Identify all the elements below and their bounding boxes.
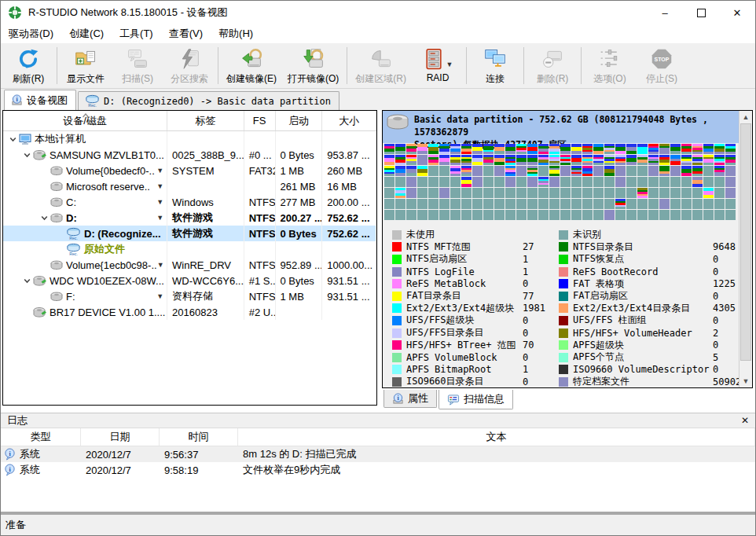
legend-swatch: [559, 267, 568, 277]
legend-label: APFS VolumeBlock: [406, 352, 523, 363]
raid-button[interactable]: ▼RAID: [412, 43, 464, 88]
device-row[interactable]: Rec.D: (Recognize...软件游戏NTFS0 Bytes752.6…: [3, 226, 376, 241]
legend-item: HFS/HFS+ VolumeHeader2: [559, 327, 753, 340]
device-row[interactable]: D:▼软件游戏NTFS200.27 ...752.62 ...: [3, 210, 376, 226]
scan-grid[interactable]: [384, 144, 736, 220]
info-tab-properties[interactable]: i属性: [384, 390, 437, 408]
device-cell-label: [167, 241, 244, 257]
device-cell-start: [276, 131, 323, 147]
legend-label: UFS/FFS超级块: [406, 314, 523, 327]
legend-label: 特定档案文件: [573, 375, 713, 388]
scan-block: [417, 188, 428, 198]
scan-block: [483, 166, 494, 176]
minimize-button[interactable]: –: [647, 1, 683, 24]
device-row[interactable]: Volume{0bedecf0-..▼SYSTEMFAT321 MB260 MB: [3, 163, 376, 178]
device-row[interactable]: F:▼资料存储NTFS1 MB931.51 ...: [3, 288, 376, 304]
expand-arrow-icon[interactable]: [38, 214, 50, 222]
column-header-label[interactable]: 标签: [167, 111, 244, 130]
scroll-down-icon[interactable]: ▼: [739, 375, 752, 387]
log-row[interactable]: i系统2020/12/79:56:378m 12s 的 D: 扫描已完成: [1, 446, 755, 462]
view-tab-device-view[interactable]: i设备视图: [4, 90, 76, 110]
row-dropdown-icon[interactable]: ▼: [157, 261, 164, 269]
scan-block: [626, 166, 637, 176]
menu-item-tools[interactable]: 工具(T): [112, 24, 161, 43]
menu-item-create[interactable]: 创建(C): [61, 24, 112, 43]
connect-button[interactable]: 连接: [469, 43, 521, 88]
scan-block: [615, 144, 626, 154]
legend-count: 77: [523, 291, 556, 302]
scan-block: [637, 199, 648, 209]
legend-count: 0: [523, 352, 556, 363]
close-button[interactable]: ✕: [719, 1, 755, 24]
device-row[interactable]: Volume{1ecb0c98-..▼WinRE_DRVNTFS952.89 .…: [3, 257, 376, 273]
toolbar-separator: [347, 47, 347, 84]
scan-block: [703, 188, 714, 198]
device-cell-fs: NTFS: [244, 226, 276, 241]
toolbar-button-label: 连接: [486, 72, 505, 86]
info-tab-scan-info[interactable]: 扫描信息: [439, 390, 513, 409]
menu-item-help[interactable]: 帮助(H): [211, 24, 261, 43]
menu-item-view[interactable]: 查看(V): [161, 24, 211, 43]
device-row[interactable]: 本地计算机: [3, 131, 376, 147]
device-cell-start: 277 MB: [276, 194, 323, 210]
row-dropdown-icon[interactable]: ▼: [156, 292, 163, 300]
rec-icon: Rec.: [85, 94, 100, 108]
menu-item-drives[interactable]: 驱动器(D): [1, 24, 61, 43]
dropdown-caret-icon[interactable]: ▼: [446, 61, 453, 68]
device-row[interactable]: BR17 DEVICE V1.00 1....20160823#2 U...: [3, 304, 376, 320]
scan-block: [516, 199, 527, 209]
scan-block: [670, 144, 681, 154]
row-dropdown-icon[interactable]: ▼: [156, 214, 163, 222]
scroll-up-icon[interactable]: ▲: [739, 111, 752, 123]
column-header-start[interactable]: 启动: [276, 111, 323, 130]
log-row[interactable]: i系统2020/12/79:58:19文件枚举在9秒内完成: [1, 462, 755, 478]
open-image-button[interactable]: 打开镜像(O): [282, 43, 344, 88]
device-cell-size: 1000.00...: [322, 257, 376, 273]
device-cell-label: [167, 131, 244, 147]
row-dropdown-icon[interactable]: ▼: [156, 198, 163, 206]
status-text: 准备: [6, 518, 26, 532]
device-row[interactable]: Microsoft reserve..▼261 MB16 MB: [3, 178, 376, 194]
log-column-header-text[interactable]: 文本: [238, 428, 755, 446]
expand-arrow-icon[interactable]: [6, 135, 19, 144]
device-cell-size: 953.87 ...: [322, 147, 376, 163]
column-header-size[interactable]: 大小: [322, 111, 376, 130]
maximize-button[interactable]: [683, 1, 719, 24]
legend-label: FAT 表格项: [573, 277, 713, 291]
column-header-fs[interactable]: FS: [244, 111, 276, 130]
log-column-header-time[interactable]: 时间: [160, 428, 238, 446]
log-column-header-date[interactable]: 日期: [81, 428, 160, 446]
scan-block: [461, 177, 472, 187]
device-row[interactable]: SAMSUNG MZVLB1T0...0025_388B_9...#0 ...0…: [3, 147, 376, 163]
scan-block: [692, 177, 703, 187]
show-files-button[interactable]: 显示文件: [60, 43, 112, 88]
scan-block: [516, 177, 527, 187]
expand-arrow-icon[interactable]: [20, 277, 33, 285]
create-image-button[interactable]: 创建镜像(E): [221, 43, 282, 88]
legend-count: 1: [523, 254, 556, 265]
scan-block: [527, 177, 538, 187]
row-dropdown-icon[interactable]: ▼: [156, 167, 163, 174]
log-close-icon[interactable]: ✕: [741, 415, 749, 426]
connect-icon: [483, 48, 507, 70]
legend-label: FAT目录条目: [406, 289, 523, 303]
device-row[interactable]: WDC WD10EZEX-08W...WD-WCC6Y6...#1 S...0 …: [3, 273, 376, 288]
expand-arrow-icon[interactable]: [20, 151, 33, 160]
svg-text:STOP: STOP: [655, 57, 670, 62]
scan-block: [703, 177, 714, 187]
legend-label: UFS/FFS 柱面组: [573, 314, 713, 327]
device-row[interactable]: C:▼WindowsNTFS277 MB200.00 ...: [3, 194, 376, 210]
row-dropdown-icon[interactable]: ▼: [156, 182, 163, 190]
scan-panel-scrollbar[interactable]: ▲ ▼: [739, 111, 752, 387]
view-tab-recognized-partition[interactable]: Rec.D: (Recognized0) -> Basic data parti…: [78, 91, 339, 110]
device-row[interactable]: Rec.原始文件: [3, 241, 376, 257]
refresh-icon: [17, 48, 39, 70]
device-cell-size: 931.51 ...: [322, 288, 376, 304]
refresh-button[interactable]: 刷新(R): [2, 43, 54, 88]
svg-text:Rec.: Rec.: [88, 103, 97, 108]
device-cell-size: 752.62 ...: [322, 210, 376, 226]
svg-text:Rec.: Rec.: [69, 251, 78, 255]
log-column-header-type[interactable]: 类型: [1, 428, 81, 446]
scan-block: [505, 177, 516, 187]
scrollbar-thumb[interactable]: [740, 123, 751, 361]
